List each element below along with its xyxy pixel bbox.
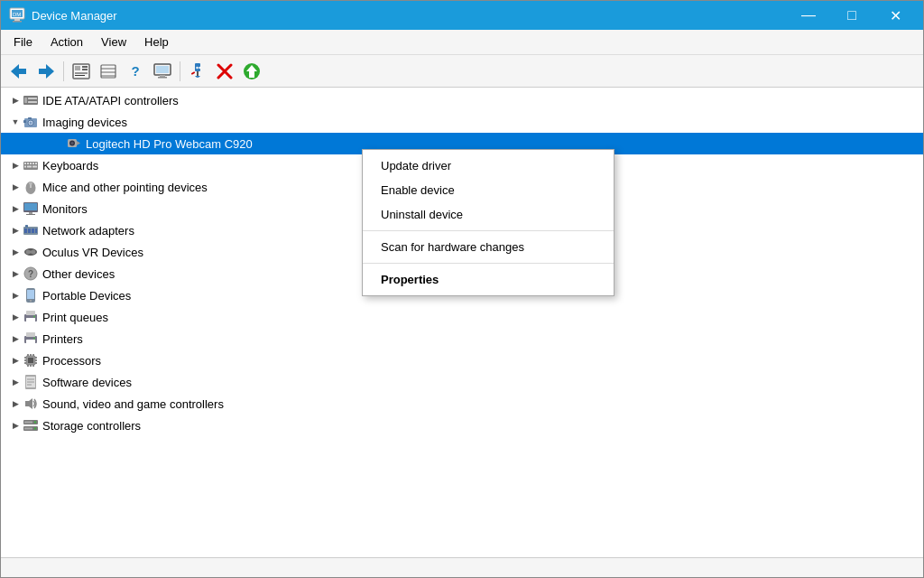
expander-print-queues[interactable]: ▶ bbox=[8, 310, 23, 324]
svg-point-39 bbox=[30, 122, 32, 125]
svg-rect-109 bbox=[24, 428, 32, 430]
expander-mice[interactable]: ▶ bbox=[8, 180, 23, 194]
menu-view[interactable]: View bbox=[92, 32, 135, 52]
svg-point-107 bbox=[34, 427, 36, 429]
svg-rect-27 bbox=[191, 71, 195, 75]
other-label: Other devices bbox=[42, 267, 115, 281]
expander-processors[interactable]: ▶ bbox=[8, 353, 23, 368]
svg-rect-108 bbox=[24, 422, 32, 424]
display-button[interactable] bbox=[150, 59, 175, 84]
oculus-label: Oculus VR Devices bbox=[42, 246, 143, 259]
ctx-scan-changes[interactable]: Scan for hardware changes bbox=[363, 235, 614, 259]
processors-label: Processors bbox=[42, 354, 101, 368]
properties-toolbar-button[interactable] bbox=[69, 59, 94, 84]
svg-marker-103 bbox=[25, 398, 32, 409]
storage-label: Storage controllers bbox=[42, 419, 141, 433]
monitors-label: Monitors bbox=[42, 202, 88, 216]
svg-rect-10 bbox=[75, 66, 80, 70]
content-area: ▶ IDE ATA/ATAPI controllers ▼ bbox=[1, 88, 923, 557]
ctx-enable-device[interactable]: Enable device bbox=[363, 178, 614, 202]
back-button[interactable] bbox=[6, 59, 32, 84]
maximize-button[interactable]: □ bbox=[831, 1, 873, 30]
svg-rect-51 bbox=[24, 166, 26, 168]
menu-help[interactable]: Help bbox=[135, 32, 178, 52]
window-controls: — □ ✕ bbox=[788, 1, 916, 30]
svg-rect-82 bbox=[26, 340, 35, 343]
toolbar-sep-1 bbox=[63, 61, 64, 81]
expander-sound[interactable]: ▶ bbox=[8, 396, 23, 411]
svg-rect-83 bbox=[33, 338, 35, 340]
expander-storage[interactable]: ▶ bbox=[8, 418, 23, 433]
expander-imaging[interactable]: ▼ bbox=[8, 115, 23, 129]
remove-button[interactable] bbox=[212, 59, 237, 84]
tree-item-software[interactable]: ▶ Software devices bbox=[1, 371, 923, 393]
window-title: Device Manager bbox=[32, 9, 788, 23]
svg-text:?: ? bbox=[28, 269, 33, 279]
portable-label: Portable Devices bbox=[42, 289, 131, 303]
network-label: Network adapters bbox=[42, 224, 134, 238]
tree-item-printers[interactable]: ▶ Printers bbox=[1, 328, 923, 350]
status-bar bbox=[1, 557, 923, 577]
expander-webcam bbox=[51, 136, 66, 151]
app-icon: DM bbox=[8, 6, 26, 24]
expander-printers[interactable]: ▶ bbox=[8, 331, 23, 346]
expander-other[interactable]: ▶ bbox=[8, 266, 23, 281]
device-tree[interactable]: ▶ IDE ATA/ATAPI controllers ▼ bbox=[1, 88, 923, 557]
expander-monitors[interactable]: ▶ bbox=[8, 201, 23, 216]
menu-file[interactable]: File bbox=[5, 32, 42, 52]
imaging-label: Imaging devices bbox=[42, 116, 127, 129]
plug-button[interactable] bbox=[185, 59, 210, 84]
svg-rect-46 bbox=[24, 163, 26, 164]
title-bar: DM Device Manager — □ ✕ bbox=[1, 1, 923, 30]
ctx-sep-2 bbox=[363, 263, 614, 264]
svg-rect-37 bbox=[23, 120, 26, 123]
svg-marker-5 bbox=[11, 64, 19, 79]
svg-rect-35 bbox=[28, 101, 37, 103]
ctx-properties[interactable]: Properties bbox=[363, 267, 614, 292]
tree-item-sound[interactable]: ▶ Sound, video and game controllers bbox=[1, 393, 923, 415]
ctx-uninstall-device[interactable]: Uninstall device bbox=[363, 202, 614, 227]
close-button[interactable]: ✕ bbox=[874, 1, 916, 30]
svg-point-56 bbox=[29, 182, 32, 185]
svg-rect-66 bbox=[35, 228, 37, 233]
printers-icon bbox=[23, 331, 39, 347]
print-queues-icon bbox=[23, 309, 39, 325]
ctx-update-driver[interactable]: Update driver bbox=[363, 154, 614, 178]
svg-rect-70 bbox=[28, 251, 34, 254]
menu-action[interactable]: Action bbox=[42, 32, 92, 52]
list-view-button[interactable] bbox=[96, 59, 121, 84]
ide-icon bbox=[23, 92, 39, 108]
software-icon bbox=[23, 374, 39, 390]
tree-item-print-queues[interactable]: ▶ Print queues bbox=[1, 306, 923, 328]
webcam-icon bbox=[66, 135, 82, 152]
svg-rect-49 bbox=[32, 163, 34, 164]
svg-rect-21 bbox=[160, 75, 165, 77]
expander-keyboards[interactable]: ▶ bbox=[8, 158, 23, 172]
tree-item-processors[interactable]: ▶ bbox=[1, 350, 923, 371]
minimize-button[interactable]: — bbox=[788, 1, 829, 30]
toolbar: ? bbox=[1, 55, 923, 88]
expander-software[interactable]: ▶ bbox=[8, 375, 23, 389]
svg-rect-40 bbox=[28, 117, 32, 119]
expander-portable[interactable]: ▶ bbox=[8, 288, 23, 303]
svg-rect-34 bbox=[28, 98, 37, 99]
expander-ide[interactable]: ▶ bbox=[8, 93, 23, 107]
expander-network[interactable]: ▶ bbox=[8, 223, 23, 238]
tree-item-imaging[interactable]: ▼ Imaging devices bbox=[1, 111, 923, 133]
svg-rect-62 bbox=[25, 225, 28, 228]
update-toolbar-button[interactable] bbox=[239, 59, 264, 84]
tree-item-ide[interactable]: ▶ IDE ATA/ATAPI controllers bbox=[1, 89, 923, 111]
software-label: Software devices bbox=[42, 376, 132, 389]
help-toolbar-button[interactable]: ? bbox=[123, 59, 148, 84]
other-icon: ? bbox=[23, 266, 39, 282]
forward-button[interactable] bbox=[33, 59, 59, 84]
ctx-sep-1 bbox=[363, 230, 614, 231]
toolbar-sep-2 bbox=[180, 61, 180, 81]
ide-label: IDE ATA/ATAPI controllers bbox=[42, 94, 179, 107]
svg-rect-60 bbox=[26, 214, 35, 215]
tree-item-storage[interactable]: ▶ Storage controllers bbox=[1, 415, 923, 436]
svg-marker-44 bbox=[77, 141, 80, 145]
svg-rect-33 bbox=[24, 98, 27, 103]
svg-rect-6 bbox=[18, 69, 26, 74]
expander-oculus[interactable]: ▶ bbox=[8, 245, 23, 259]
